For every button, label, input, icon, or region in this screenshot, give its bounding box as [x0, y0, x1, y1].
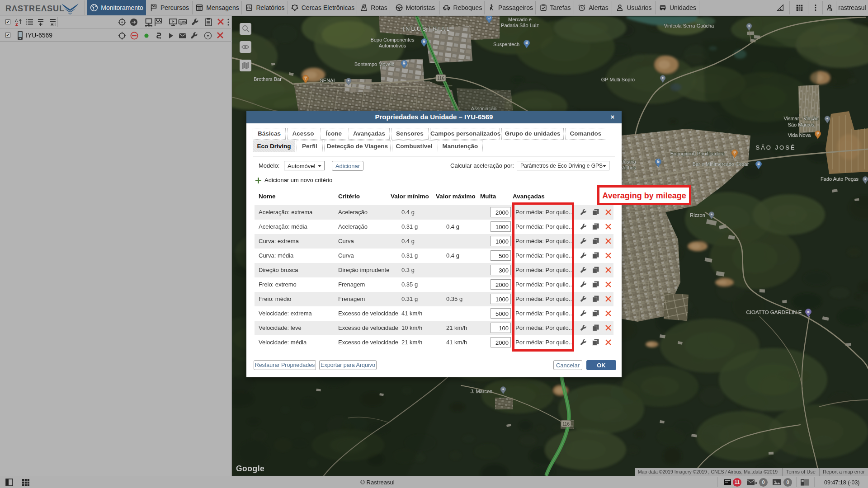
svg-text:CIOATTO GARDELIN E: CIOATTO GARDELIN E [746, 310, 802, 315]
svg-text:Vinícola Serra Gaúcha: Vinícola Serra Gaúcha [664, 23, 714, 28]
svg-text:Rizzon: Rizzon [690, 212, 705, 218]
svg-text:Brothers Bar: Brothers Bar [254, 76, 282, 82]
svg-text:GP Multi Sopro: GP Multi Sopro [601, 77, 635, 82]
svg-text:SENAI: SENAI [320, 78, 335, 83]
svg-text:Bontempo Móveis: Bontempo Móveis [354, 61, 395, 67]
svg-text:Terms of Use: Terms of Use [786, 469, 816, 474]
svg-text:Suspentech: Suspentech [493, 42, 519, 47]
svg-text:Map data ©2019 Imagery ©2019 ,: Map data ©2019 Imagery ©2019 , CNES / Ai… [638, 469, 778, 474]
svg-text:Report a map error: Report a map error [823, 469, 865, 474]
svg-text:Vida Nova: Vida Nova [788, 132, 811, 138]
svg-text:SÃO JOSÉ: SÃO JOSÉ [755, 144, 796, 151]
svg-text:Padaria São Luiz: Padaria São Luiz [501, 23, 539, 28]
svg-text:Automotivos: Automotivos [379, 43, 406, 48]
svg-text:Buongiorno Panificadora: Buongiorno Panificadora [670, 151, 725, 156]
svg-text:SMS: SMS [179, 20, 186, 23]
svg-text:Google: Google [236, 464, 264, 473]
svg-text:Fado Auto Peças: Fado Auto Peças [821, 176, 859, 182]
svg-text:Vismar - Viação: Vismar - Viação [783, 116, 818, 121]
svg-text:Z: Z [15, 22, 18, 26]
svg-text:Bar e Minimercado Cesar: Bar e Minimercado Cesar [693, 161, 749, 167]
svg-text:Bepo Componentes: Bepo Componentes [370, 37, 415, 42]
svg-text:J. Marcon: J. Marcon [471, 389, 492, 394]
svg-text:All: All [51, 22, 56, 26]
svg-text:INDUSTRIAL: INDUSTRIAL [402, 25, 451, 32]
svg-text:São Marcos: São Marcos [788, 122, 815, 127]
svg-text:Mercado e: Mercado e [508, 17, 532, 22]
